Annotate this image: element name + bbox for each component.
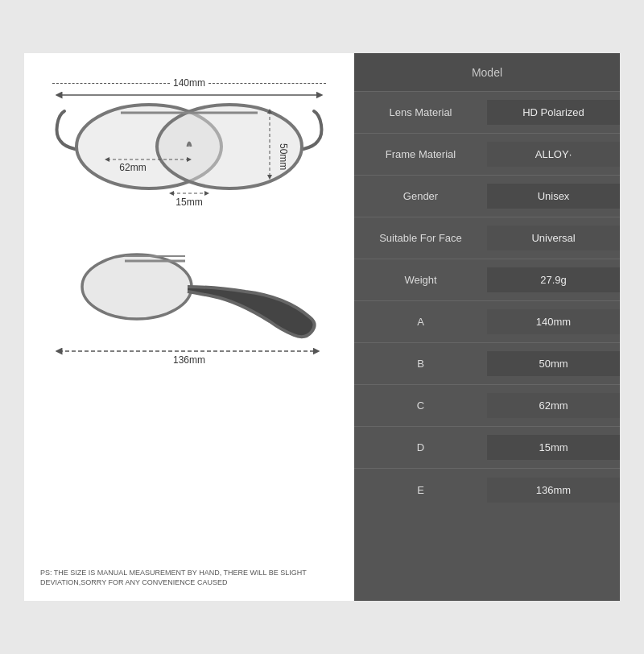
footnote: PS: THE SIZE IS MANUAL MEASUREMENT BY HA… [40,563,338,593]
spec-row-face: Suitable For Face Universal [354,217,620,259]
a-label: A [354,309,487,334]
frame-material-value: ALLOY· [487,142,620,167]
e-value: 136mm [487,478,620,503]
face-value: Universal [487,226,620,250]
spec-row-frame-material: Frame Material ALLOY· [354,134,620,176]
d-value: 15mm [487,435,620,460]
e-label: E [354,478,487,503]
b-value: 50mm [487,351,620,376]
right-panel: Model Lens Material HD Polarized Frame M… [354,53,620,601]
spec-row-header: Model [354,53,620,92]
spec-row-c: C 62mm [354,385,620,427]
dim-140-label: 140mm [173,77,205,89]
diagram-area: 140mm [40,69,338,563]
main-container: 140mm [24,53,620,601]
a-value: 140mm [487,309,620,334]
glasses-svg-side [52,245,326,358]
side-view-glasses: 136mm [52,245,326,378]
spec-row-e: E 136mm [354,469,620,511]
header-label: Model [354,66,620,79]
spec-row-weight: Weight 27.9g [354,259,620,301]
spec-row-a: A 140mm [354,301,620,343]
glasses-svg-front: 62mm 50mm 15mm [52,89,326,230]
face-label: Suitable For Face [354,226,487,250]
spec-row-gender: Gender Unisex [354,176,620,217]
gender-label: Gender [354,184,487,209]
spec-row-b: B 50mm [354,343,620,385]
gender-value: Unisex [487,184,620,209]
frame-material-label: Frame Material [354,142,487,167]
svg-text:15mm: 15mm [175,197,202,208]
spec-row-lens-material: Lens Material HD Polarized [354,92,620,134]
front-view-glasses: 62mm 50mm 15mm [52,89,326,242]
b-label: B [354,351,487,376]
spec-row-d: D 15mm [354,427,620,469]
lens-material-label: Lens Material [354,100,487,125]
d-label: D [354,435,487,460]
weight-value: 27.9g [487,267,620,292]
weight-label: Weight [354,267,487,292]
svg-text:50mm: 50mm [278,143,289,170]
dashed-line-right-140 [208,83,326,84]
lens-material-value: HD Polarized [487,100,620,125]
left-panel: 140mm [24,53,354,601]
svg-text:62mm: 62mm [119,162,146,173]
dashed-line-left-140 [52,83,170,84]
dim-140-row: 140mm [52,77,326,89]
c-value: 62mm [487,393,620,418]
c-label: C [354,393,487,418]
svg-point-10 [82,255,192,319]
